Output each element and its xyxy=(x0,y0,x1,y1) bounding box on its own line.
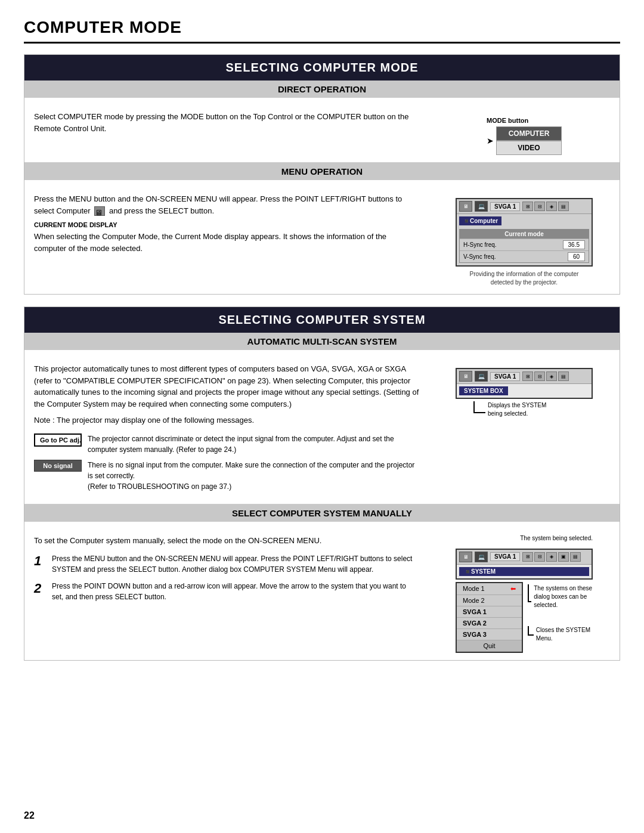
system-select-dropdown: Mode 1 ⬅ Mode 2 SVGA 1 SVGA 2 SVGA 3 Qui… xyxy=(456,582,523,653)
sys-select-grid-4: ▣ xyxy=(558,552,569,562)
go-to-pc-adj-box: Go to PC adj. The projector cannot discr… xyxy=(34,433,419,455)
sys-item-mode1: Mode 1 ⬅ xyxy=(457,583,522,595)
osd-grid-icon-2: ⊟ xyxy=(534,202,545,211)
system-osd-icon-computer: 💻 xyxy=(475,371,488,382)
system-osd-grid-3: ◈ xyxy=(546,371,557,381)
mode-arrow-icon: ➤ xyxy=(487,136,494,145)
select-manually-section: SELECT COMPUTER SYSTEM MANUALLY To set t… xyxy=(24,504,620,660)
system-selected-indicator: ◾SYSTEM xyxy=(459,567,589,576)
no-signal-box: No signal There is no signal input from … xyxy=(34,460,419,492)
selecting-computer-mode-header: SELECTING COMPUTER MODE xyxy=(24,55,620,80)
osd-grid-icon-1: ⊞ xyxy=(522,202,533,211)
selecting-computer-system-header: SELECTING COMPUTER SYSTEM xyxy=(24,307,620,333)
system-being-selected-caption: The system being selected. xyxy=(456,535,593,541)
sys-item-svga3: SVGA 3 xyxy=(457,629,522,640)
sys-item-svga1: SVGA 1 xyxy=(457,606,522,618)
current-mode-display-label: CURRENT MODE DISPLAY xyxy=(34,221,419,228)
no-signal-tag: No signal xyxy=(34,460,82,472)
menu-osd-caption: Providing the information of the compute… xyxy=(459,270,590,287)
quit-annotation-text: Closes the SYSTEM Menu. xyxy=(536,626,593,643)
osd-grid-icon-4: ▤ xyxy=(558,202,569,211)
sys-select-osd-icon-monitor: 🖥 xyxy=(459,552,472,562)
osd-current-mode-box: Current mode H-Sync freq. 36.5 V-Sync fr… xyxy=(459,229,589,263)
mode-button-label: MODE button xyxy=(487,117,528,124)
sys-item-svga2: SVGA 2 xyxy=(457,618,522,629)
osd-current-mode-header: Current mode xyxy=(460,230,589,239)
menu-operation-header: MENU OPERATION xyxy=(24,163,620,180)
auto-multi-scan-body: This projector automatically tunes to mo… xyxy=(34,363,419,410)
direct-operation-header: DIRECT OPERATION xyxy=(24,80,620,98)
sys-select-grid-1: ⊞ xyxy=(522,552,533,562)
sys-item-mode2: Mode 2 xyxy=(457,595,522,606)
sys-select-grid-5: ▤ xyxy=(570,552,581,562)
menu-operation-body: Press the MENU button and the ON-SCREEN … xyxy=(34,193,419,216)
select-manually-body: To set the Computer system manually, sel… xyxy=(34,535,419,547)
selecting-computer-mode-section: SELECTING COMPUTER MODE DIRECT OPERATION… xyxy=(24,54,620,295)
system-osd-icon-monitor: 🖥 xyxy=(459,371,472,382)
step-1-num: 1 xyxy=(34,553,46,575)
sys-annotation-text: The systems on these dialog boxes can be… xyxy=(534,584,593,609)
step-2-row: 2 Press the POINT DOWN button and a red-… xyxy=(34,581,419,602)
go-to-pc-adj-tag: Go to PC adj. xyxy=(34,433,82,447)
sys-select-osd-svga1-label: SVGA 1 xyxy=(490,552,520,561)
osd-svga1-label: SVGA 1 xyxy=(490,202,520,211)
system-box-caption: Displays the SYSTEM being selected. xyxy=(488,401,546,418)
computer-mode-btn: COMPUTER xyxy=(496,126,562,141)
no-signal-text: There is no signal input from the comput… xyxy=(88,460,419,492)
osd-vsync-value: 60 xyxy=(568,252,585,261)
menu-operation-section: MENU OPERATION Press the MENU button and… xyxy=(24,163,620,294)
step-2-text: Press the POINT DOWN button and a red-ar… xyxy=(52,581,419,602)
osd-icon-computer: 💻 xyxy=(475,201,488,212)
go-to-pc-adj-text: The projector cannot discriminate or det… xyxy=(88,433,419,455)
system-osd-grid-4: ▤ xyxy=(558,371,569,381)
system-osd-grid-2: ⊟ xyxy=(534,371,545,381)
sys-select-grid-2: ⊟ xyxy=(534,552,545,562)
osd-hsync-row: H-Sync freq. 36.5 xyxy=(460,239,589,250)
mode-button-diagram: MODE button ➤ COMPUTER VIDEO xyxy=(487,117,562,155)
step-1-row: 1 Press the MENU button and the ON-SCREE… xyxy=(34,553,419,575)
osd-selected-computer: ◾Computer xyxy=(459,216,501,225)
current-mode-display-body: When selecting the Computer Mode, the Cu… xyxy=(34,231,419,254)
sys-item-quit: Quit xyxy=(457,640,522,652)
step-2-num: 2 xyxy=(34,581,46,602)
video-mode-btn: VIDEO xyxy=(496,141,562,155)
system-box-indicator: SYSTEM BOX xyxy=(459,386,508,395)
osd-grid-icon-3: ◈ xyxy=(546,202,557,211)
system-select-osd-screen: 🖥 💻 SVGA 1 ⊞ ⊟ ◈ ▣ ▤ ◾SYSTEM xyxy=(456,549,593,580)
direct-operation-body: Select COMPUTER mode by pressing the MOD… xyxy=(34,111,419,134)
computer-icon: 🖥 xyxy=(94,206,105,216)
osd-hsync-value: 36.5 xyxy=(563,240,585,249)
auto-multi-scan-section: AUTOMATIC MULTI-SCAN SYSTEM This project… xyxy=(24,333,620,504)
menu-osd-screen: 🖥 💻 SVGA 1 ⊞ ⊟ ◈ ▤ ◾Computer Cu xyxy=(456,198,593,267)
sys-annotation-box: The systems on these dialog boxes can be… xyxy=(528,584,593,609)
auto-multi-scan-header: AUTOMATIC MULTI-SCAN SYSTEM xyxy=(24,333,620,350)
osd-vsync-row: V-Sync freq. 60 xyxy=(460,250,589,262)
direct-operation-section: DIRECT OPERATION Select COMPUTER mode by… xyxy=(24,80,620,163)
system-osd-svga1-label: SVGA 1 xyxy=(490,372,520,381)
osd-icon-monitor: 🖥 xyxy=(459,201,472,212)
select-manually-header: SELECT COMPUTER SYSTEM MANUALLY xyxy=(24,504,620,522)
sys-select-osd-icon-computer: 💻 xyxy=(475,552,488,562)
system-osd-grid-1: ⊞ xyxy=(522,371,533,381)
quit-annotation-box: Closes the SYSTEM Menu. xyxy=(528,626,593,643)
page-title: COMPUTER MODE xyxy=(24,18,620,44)
auto-multi-scan-note: Note : The projector may display one of … xyxy=(34,414,419,426)
system-osd-screen: 🖥 💻 SVGA 1 ⊞ ⊟ ◈ ▤ SYSTEM BOX xyxy=(456,368,593,399)
step-1-text: Press the MENU button and the ON-SCREEN … xyxy=(52,553,419,575)
sys-select-grid-3: ◈ xyxy=(546,552,557,562)
selecting-computer-system-section: SELECTING COMPUTER SYSTEM AUTOMATIC MULT… xyxy=(24,306,620,661)
page-number: 22 xyxy=(24,810,35,821)
